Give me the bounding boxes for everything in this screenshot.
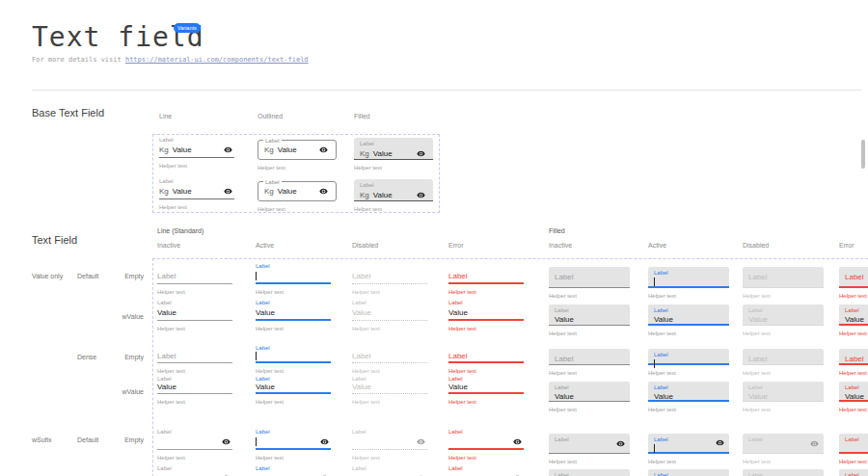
helper-text: Helper text	[448, 398, 524, 406]
visibility-eye-icon[interactable]	[224, 187, 232, 196]
state-column-header: Error	[839, 242, 854, 249]
text-field-filled-active-row4[interactable]: LabelValueHelper text	[648, 382, 729, 413]
text-field-filled-error-row2[interactable]: LabelValueHelper text	[839, 304, 868, 337]
field-label-placeholder: Label	[448, 272, 468, 280]
field-value: Value	[748, 392, 768, 401]
text-field-line-inactive-row2[interactable]: LabelValueHelper text	[157, 299, 232, 332]
text-field-filled-error-row1[interactable]: LabelLabelHelper text	[839, 267, 868, 300]
text-field-filled-active-row6[interactable]: LabelValueHelper text	[648, 469, 729, 476]
visibility-eye-icon[interactable]	[417, 437, 425, 446]
text-field-filled-error-row6[interactable]: LabelValueHelper text	[839, 469, 868, 476]
material-ui-link[interactable]: https://material-ui.com/components/text-…	[125, 56, 309, 64]
state-column-header: Disabled	[743, 242, 769, 249]
base-line-text-field[interactable]: LabelKgValueHelper text	[159, 136, 234, 170]
text-field-line-inactive-row1[interactable]: LabelLabelHelper text	[157, 262, 232, 296]
text-field-line-active-row1[interactable]: LabelHelper text	[256, 262, 331, 296]
field-label-placeholder: Label	[748, 355, 768, 363]
helper-text: Helper text	[648, 369, 729, 377]
text-field-filled-active-row2[interactable]: LabelValueHelper text	[648, 304, 729, 337]
text-field-line-disabled-row1[interactable]: LabelLabelHelper text	[352, 262, 427, 296]
field-label: Label	[448, 299, 524, 307]
base-outlined-text-field[interactable]: LabelKgValueHelper text	[258, 140, 337, 172]
visibility-eye-icon[interactable]	[417, 149, 425, 158]
text-field-filled-disabled-row6[interactable]: LabelValueHelper text	[743, 469, 824, 476]
base-filled-text-field[interactable]: LabelKgValueHelper text	[354, 179, 433, 213]
text-field-filled-disabled-row1[interactable]: LabelLabelHelper text	[743, 267, 824, 300]
text-field-line-active-row5[interactable]: LabelHelper text	[256, 428, 331, 462]
text-field-line-inactive-row4[interactable]: LabelValueHelper text	[157, 376, 232, 406]
text-field-filled-disabled-row3[interactable]: LabelLabelHelper text	[743, 349, 824, 377]
text-field-filled-disabled-row4[interactable]: LabelValueHelper text	[743, 382, 824, 413]
field-value: Value	[256, 308, 275, 317]
field-label: Label	[555, 306, 624, 315]
field-label: Label	[845, 306, 868, 315]
helper-text: Helper text	[648, 292, 729, 300]
text-field-line-disabled-row6[interactable]: LabelValueHelper text	[352, 464, 427, 476]
text-field-line-disabled-row4[interactable]: LabelValueHelper text	[352, 376, 427, 406]
text-field-filled-inactive-row5[interactable]: LabelHelper text	[549, 434, 630, 465]
text-field-filled-inactive-row6[interactable]: LabelValueHelper text	[549, 469, 630, 476]
text-field-filled-error-row4[interactable]: LabelValueHelper text	[839, 382, 868, 413]
visibility-eye-icon[interactable]	[319, 187, 328, 196]
text-field-line-error-row5[interactable]: LabelHelper text	[448, 428, 524, 462]
text-field-filled-error-row3[interactable]: LabelLabelHelper text	[839, 349, 868, 377]
text-field-line-disabled-row2[interactable]: LabelValueHelper text	[352, 299, 427, 332]
field-label-placeholder: Label	[157, 352, 176, 360]
text-field-line-active-row2[interactable]: LabelValueHelper text	[256, 299, 331, 332]
text-field-filled-active-row3[interactable]: LabelHelper text	[648, 349, 729, 377]
visibility-eye-icon[interactable]	[319, 145, 328, 154]
text-field-line-error-row6[interactable]: LabelValueHelper text	[448, 464, 524, 476]
helper-text: Helper text	[256, 398, 331, 406]
vertical-scrollbar-thumb[interactable]	[861, 140, 865, 169]
text-field-line-inactive-row3[interactable]: LabelLabelHelper text	[157, 345, 232, 375]
helper-text: Helper text	[352, 325, 427, 332]
base-outlined-text-field[interactable]: LabelKgValueHelper text	[258, 181, 337, 213]
field-value: Value	[157, 383, 176, 391]
text-field-filled-disabled-row2[interactable]: LabelValueHelper text	[743, 304, 824, 337]
visibility-eye-icon[interactable]	[224, 145, 232, 154]
text-field-filled-inactive-row4[interactable]: LabelValueHelper text	[549, 382, 630, 413]
text-field-filled-disabled-row5[interactable]: LabelHelper text	[743, 434, 824, 465]
field-label-placeholder: Label	[352, 352, 371, 360]
text-field-filled-error-row5[interactable]: LabelHelper text	[839, 434, 868, 465]
base-line-text-field[interactable]: LabelKgValueHelper text	[159, 177, 234, 211]
field-label: Label	[360, 140, 427, 148]
text-field-filled-inactive-row1[interactable]: LabelLabelHelper text	[549, 267, 630, 300]
text-field-filled-active-row5[interactable]: LabelHelper text	[648, 434, 729, 465]
field-label: Label	[157, 376, 232, 383]
visibility-eye-icon[interactable]	[513, 437, 522, 446]
text-field-line-active-row3[interactable]: LabelHelper text	[256, 345, 331, 375]
visibility-eye-icon[interactable]	[320, 437, 329, 446]
helper-text: Helper text	[352, 367, 427, 375]
text-field-line-inactive-row5[interactable]: LabelHelper text	[157, 428, 232, 462]
text-field-line-inactive-row6[interactable]: LabelValueHelper text	[157, 464, 232, 476]
text-field-line-disabled-row5[interactable]: LabelHelper text	[352, 428, 427, 462]
visibility-eye-icon[interactable]	[417, 191, 425, 199]
text-field-filled-active-row1[interactable]: LabelHelper text	[648, 267, 729, 300]
text-field-filled-inactive-row3[interactable]: LabelLabelHelper text	[549, 349, 630, 377]
field-label: Label	[159, 136, 234, 145]
text-field-line-disabled-row3[interactable]: LabelLabelHelper text	[352, 345, 427, 375]
text-field-line-active-row4[interactable]: LabelValueHelper text	[256, 376, 331, 406]
field-label: Label	[256, 299, 331, 307]
text-field-line-error-row3[interactable]: LabelLabelHelper text	[448, 345, 524, 375]
field-label: Label	[256, 376, 331, 383]
field-value: Value	[278, 145, 297, 154]
field-value: Value	[654, 392, 673, 401]
text-field-line-error-row4[interactable]: LabelValueHelper text	[448, 376, 524, 406]
visibility-eye-icon[interactable]	[810, 439, 819, 448]
matrix-row-label: Default	[77, 273, 98, 279]
text-field-variants-page: Text field Variants For more details vis…	[0, 0, 868, 476]
matrix-row-label: Dense	[77, 354, 96, 360]
state-column-header: Active	[256, 242, 274, 249]
text-field-line-error-row1[interactable]: LabelLabelHelper text	[448, 262, 524, 296]
visibility-eye-icon[interactable]	[716, 438, 724, 447]
text-field-filled-inactive-row2[interactable]: LabelValueHelper text	[549, 304, 630, 337]
visibility-eye-icon[interactable]	[616, 439, 625, 448]
visibility-eye-icon[interactable]	[222, 437, 231, 446]
text-field-line-error-row2[interactable]: LabelValueHelper text	[448, 299, 524, 332]
text-field-line-active-row6[interactable]: LabelValueHelper text	[256, 464, 331, 476]
base-filled-text-field[interactable]: LabelKgValueHelper text	[354, 138, 433, 172]
field-value: Value	[352, 383, 371, 391]
field-value: Value	[278, 187, 297, 196]
